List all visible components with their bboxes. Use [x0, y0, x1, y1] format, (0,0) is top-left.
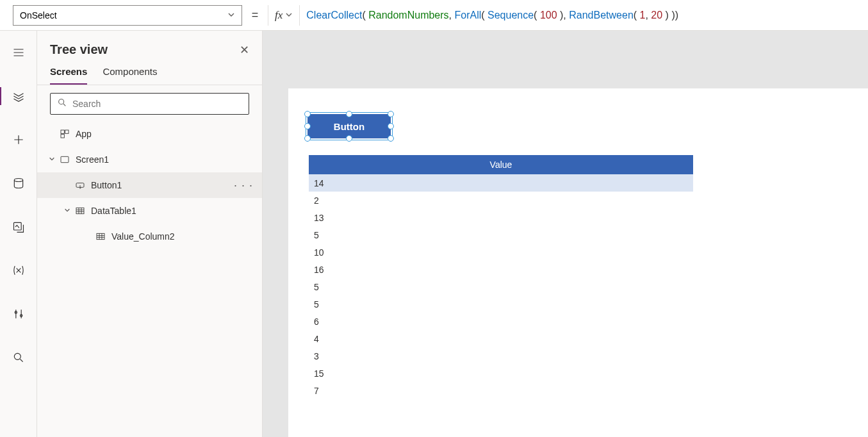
property-selector[interactable]: OnSelect [13, 5, 242, 26]
property-selector-label: OnSelect [20, 10, 57, 21]
tree-node-button1[interactable]: Button1· · · [37, 172, 262, 198]
table-row[interactable]: 7 [309, 382, 693, 399]
tree-node-datatable1[interactable]: DataTable1 [37, 198, 262, 224]
chevron-down-icon [227, 10, 235, 21]
canvas-button[interactable]: Button [307, 114, 391, 138]
table-row[interactable]: 5 [309, 278, 693, 295]
svg-rect-6 [61, 130, 64, 133]
table-row[interactable]: 13 [309, 209, 693, 226]
table-row[interactable]: 15 [309, 365, 693, 382]
tree-node-screen1[interactable]: Screen1 [37, 147, 262, 172]
formula-token: 20 [651, 10, 662, 21]
formula-token: RandBetween [569, 10, 634, 21]
tree-panel-title: Tree view [50, 42, 108, 57]
table-row[interactable]: 3 [309, 347, 693, 365]
tree-panel: Tree view ✕ Screens Components AppScreen… [37, 31, 263, 437]
formula-token: , [449, 10, 455, 21]
formula-token: 1 [640, 10, 646, 21]
screen-surface[interactable]: Button Value 142135101655643157 [288, 88, 868, 437]
formula-token: ) )) [662, 10, 678, 21]
formula-token: ), [557, 10, 569, 21]
search-icon[interactable] [6, 345, 31, 370]
svg-rect-9 [61, 156, 69, 162]
tree-node-app[interactable]: App [37, 121, 262, 147]
svg-rect-7 [65, 130, 69, 133]
close-panel-button[interactable]: ✕ [240, 43, 249, 57]
formula-token: ( [481, 10, 487, 21]
svg-rect-11 [76, 208, 84, 213]
app-icon [59, 129, 70, 139]
svg-point-0 [14, 179, 22, 182]
formula-token: ( [362, 10, 368, 21]
formula-token: ClearCollect [306, 10, 362, 21]
tree-node-label: Value_Column2 [111, 231, 175, 242]
column-icon [95, 231, 106, 242]
search-input[interactable] [72, 99, 242, 109]
fx-icon: fx [275, 9, 283, 22]
table-row[interactable]: 14 [309, 174, 693, 192]
tree-node-label: App [76, 129, 92, 139]
svg-point-4 [14, 353, 20, 359]
tree-list: AppScreen1Button1· · ·DataTable1Value_Co… [37, 121, 262, 437]
search-icon [57, 97, 67, 110]
tree-node-value_column2[interactable]: Value_Column2 [37, 224, 262, 249]
fx-button[interactable]: fx [268, 5, 300, 26]
formula-bar: OnSelect = fx ClearCollect( RandomNumber… [0, 0, 868, 31]
table-row[interactable]: 10 [309, 243, 693, 261]
svg-rect-12 [97, 233, 104, 239]
formula-token: ( [634, 10, 640, 21]
canvas-area[interactable]: Button Value 142135101655643157 [263, 31, 868, 437]
svg-rect-8 [61, 135, 64, 138]
table-icon [74, 206, 86, 216]
tree-node-label: Button1 [91, 180, 122, 190]
tree-tabs: Screens Components [37, 57, 262, 85]
selected-control[interactable]: Button [307, 114, 391, 138]
table-row[interactable]: 4 [309, 330, 693, 347]
table-row[interactable]: 5 [309, 295, 693, 313]
formula-token: 100 [540, 10, 557, 21]
media-icon[interactable] [6, 214, 31, 240]
advanced-tools-icon[interactable] [6, 301, 31, 327]
chevron-down-icon [285, 11, 293, 20]
formula-token: RandomNumbers [368, 10, 448, 21]
insert-icon[interactable] [6, 127, 31, 153]
data-table[interactable]: Value 142135101655643157 [309, 155, 693, 399]
hamburger-icon[interactable] [6, 40, 31, 65]
tree-view-icon[interactable] [6, 83, 31, 109]
table-header[interactable]: Value [309, 155, 693, 174]
formula-token: ForAll [454, 10, 481, 21]
table-row[interactable]: 6 [309, 313, 693, 330]
screen-icon [59, 154, 70, 165]
left-rail [0, 31, 37, 437]
expand-toggle-icon[interactable] [63, 207, 72, 215]
tab-components[interactable]: Components [102, 66, 157, 85]
button-icon [74, 180, 86, 190]
table-row[interactable]: 5 [309, 226, 693, 243]
formula-token: , [645, 10, 651, 21]
tree-node-label: DataTable1 [91, 206, 136, 216]
tab-screens[interactable]: Screens [50, 66, 87, 85]
formula-token: ( [534, 10, 540, 21]
variables-icon[interactable] [6, 258, 31, 283]
expand-toggle-icon[interactable] [47, 156, 56, 163]
main-layout: Tree view ✕ Screens Components AppScreen… [0, 31, 868, 437]
table-row[interactable]: 2 [309, 192, 693, 209]
tree-node-label: Screen1 [76, 154, 109, 165]
table-row[interactable]: 16 [309, 261, 693, 278]
formula-token: Sequence [487, 10, 534, 21]
tree-search[interactable] [50, 93, 249, 115]
svg-point-5 [59, 99, 64, 104]
data-icon[interactable] [6, 170, 31, 196]
formula-input[interactable]: ClearCollect( RandomNumbers, ForAll( Seq… [300, 5, 868, 26]
equals-label: = [242, 8, 268, 22]
